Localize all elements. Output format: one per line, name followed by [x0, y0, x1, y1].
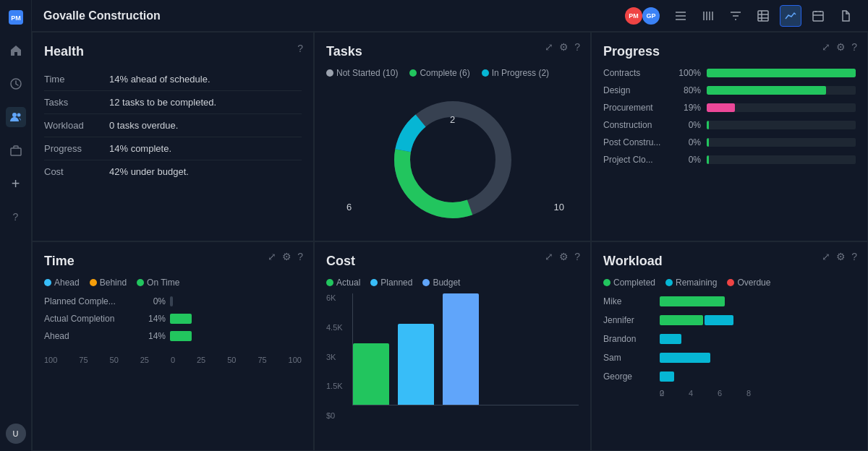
workload-person-name: George	[603, 371, 654, 382]
workload-settings-icon[interactable]: ⚙	[836, 251, 846, 262]
progress-row: Procurement 19%	[603, 103, 856, 113]
progress-row-pct: 0%	[678, 120, 701, 130]
workload-remaining-bar	[660, 334, 681, 344]
legend-label: Not Started (10)	[336, 68, 398, 78]
legend-label: Completed	[613, 278, 655, 288]
sidebar-item-home[interactable]	[6, 40, 26, 61]
svg-point-4	[17, 113, 20, 117]
legend-label: Budget	[433, 278, 460, 288]
dashboard: Health ? Time14% ahead of schedule.Tasks…	[32, 32, 868, 451]
tasks-help-icon[interactable]: ?	[574, 41, 580, 53]
progress-row: Design 80%	[603, 85, 856, 95]
tasks-panel-icons: ⤢ ⚙ ?	[545, 41, 580, 53]
progress-row: Contracts 100%	[603, 68, 856, 78]
sidebar-help-button[interactable]: ?	[6, 207, 26, 227]
workload-legend-item: Remaining	[665, 278, 717, 288]
workload-help-icon[interactable]: ?	[851, 251, 857, 262]
workload-person-bars	[660, 296, 725, 306]
time-panel: Time ⤢ ⚙ ? AheadBehindOn Time Planned Co…	[32, 241, 314, 451]
donut-label-right: 10	[554, 202, 564, 212]
donut-chart: 2 6 10	[326, 84, 579, 236]
donut-label-top: 2	[450, 114, 455, 125]
tasks-panel: Tasks ⤢ ⚙ ? Not Started (10)Complete (6)…	[314, 32, 591, 241]
health-row-label: Progress	[44, 143, 109, 154]
cost-legend-item: Actual	[326, 278, 360, 288]
workload-axis: 02468	[660, 389, 856, 398]
cost-panel: Cost ⤢ ⚙ ? ActualPlannedBudget 6K4.5K3K1…	[314, 241, 591, 451]
workload-person-name: Mike	[603, 296, 654, 306]
sidebar-add-button[interactable]: +	[6, 173, 26, 194]
workload-remaining-bar	[705, 315, 733, 325]
toolbar-table-btn[interactable]	[752, 5, 774, 27]
health-row: Progress14% complete.	[44, 137, 302, 160]
cost-bar	[443, 293, 479, 405]
header-avatars: PM GP	[625, 7, 660, 25]
time-expand-icon[interactable]: ⤢	[268, 251, 276, 262]
time-legend-item: On Time	[137, 278, 179, 288]
time-bar	[170, 331, 192, 341]
toolbar-filter-btn[interactable]	[725, 5, 746, 27]
workload-row: Jennifer	[603, 315, 856, 325]
workload-expand-icon[interactable]: ⤢	[822, 251, 830, 262]
sidebar-logo[interactable]: PM	[6, 7, 26, 27]
progress-panel-icons: ⤢ ⚙ ?	[822, 41, 857, 53]
legend-dot	[90, 279, 97, 286]
legend-label: On Time	[147, 278, 179, 288]
tasks-title: Tasks	[326, 44, 579, 59]
progress-bar-fill	[707, 121, 709, 129]
workload-axis-label: 4	[689, 389, 718, 398]
cost-settings-icon[interactable]: ⚙	[559, 251, 569, 262]
progress-bar-fill	[707, 69, 856, 77]
main-content: Govalle Construction PM GP	[32, 0, 868, 451]
time-help-icon[interactable]: ?	[297, 251, 303, 262]
workload-row: Mike	[603, 296, 856, 306]
toolbar-list-btn[interactable]	[670, 5, 692, 27]
health-help-icon[interactable]: ?	[297, 43, 303, 54]
progress-row: Post Constru... 0%	[603, 137, 856, 147]
cost-bars	[352, 293, 579, 405]
sidebar-user-avatar[interactable]: U	[6, 424, 26, 444]
time-row-label: Actual Completion	[44, 314, 138, 324]
sidebar-item-briefcase[interactable]	[6, 140, 26, 160]
toolbar-columns-btn[interactable]	[697, 5, 719, 27]
sidebar-item-people[interactable]	[6, 107, 26, 127]
sidebar-item-recent[interactable]	[6, 74, 26, 94]
cost-y-labels: 6K4.5K3K1.5K$0	[326, 293, 343, 420]
cost-help-icon[interactable]: ?	[574, 251, 580, 262]
cost-panel-icons: ⤢ ⚙ ?	[545, 251, 580, 262]
health-row: Workload0 tasks overdue.	[44, 114, 302, 137]
health-row: Cost42% under budget.	[44, 160, 302, 183]
health-row: Time14% ahead of schedule.	[44, 68, 302, 91]
toolbar-file-btn[interactable]	[835, 5, 856, 27]
health-row: Tasks12 tasks to be completed.	[44, 91, 302, 114]
time-row: Planned Comple... 0%	[44, 296, 302, 306]
legend-dot	[409, 69, 417, 77]
svg-rect-7	[813, 12, 823, 21]
health-row-label: Workload	[44, 120, 109, 131]
svg-point-3	[12, 113, 17, 117]
workload-axis-label: 6	[718, 389, 746, 398]
toolbar-calendar-btn[interactable]	[807, 5, 829, 27]
progress-help-icon[interactable]: ?	[851, 41, 857, 53]
tasks-expand-icon[interactable]: ⤢	[545, 41, 553, 53]
workload-person-name: Sam	[603, 353, 654, 363]
cost-expand-icon[interactable]: ⤢	[545, 251, 553, 262]
cost-chart-area: 6K4.5K3K1.5K$0	[326, 293, 579, 420]
time-bar-empty	[170, 296, 173, 306]
progress-expand-icon[interactable]: ⤢	[822, 41, 830, 53]
tasks-settings-icon[interactable]: ⚙	[559, 41, 569, 53]
toolbar	[670, 5, 856, 27]
time-settings-icon[interactable]: ⚙	[282, 251, 292, 262]
workload-axis-label: 2	[660, 389, 689, 398]
legend-dot	[727, 279, 734, 286]
progress-bar-bg	[707, 69, 856, 77]
progress-settings-icon[interactable]: ⚙	[836, 41, 846, 53]
time-bar	[170, 314, 192, 324]
tasks-legend: Not Started (10)Complete (6)In Progress …	[326, 68, 579, 78]
svg-rect-6	[758, 11, 768, 21]
workload-panel: Workload ⤢ ⚙ ? CompletedRemainingOverdue…	[591, 241, 868, 451]
legend-dot	[137, 279, 144, 286]
workload-person-name: Jennifer	[603, 315, 654, 325]
cost-y-label: 1.5K	[326, 382, 343, 390]
toolbar-chart-btn[interactable]	[780, 5, 801, 27]
